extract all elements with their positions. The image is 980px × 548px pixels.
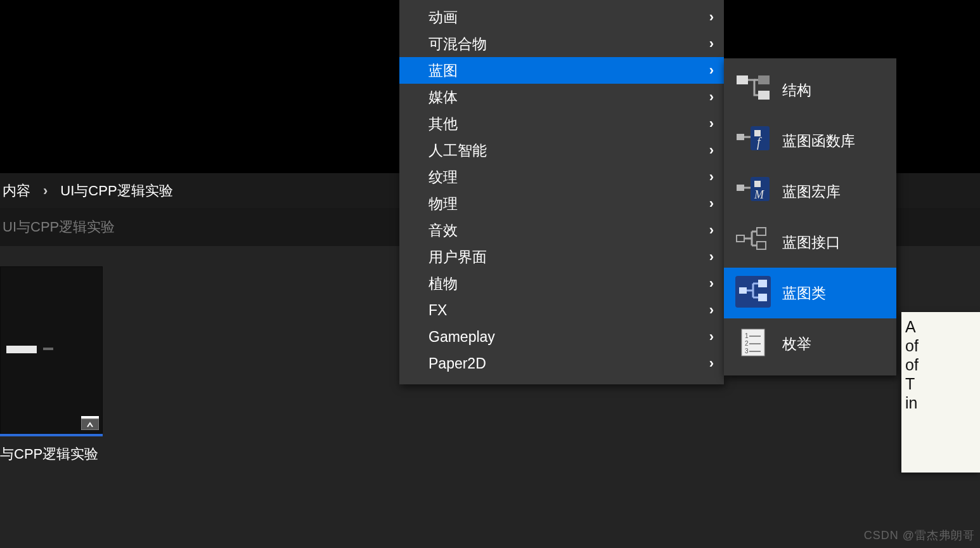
tooltip-line: T	[905, 374, 976, 393]
menu-item-blendable[interactable]: 可混合物 ›	[399, 30, 724, 57]
chevron-right-icon: ›	[709, 115, 714, 132]
sub-item-label: 蓝图函数库	[782, 131, 855, 151]
svg-rect-3	[758, 91, 770, 100]
menu-item-ai[interactable]: 人工智能 ›	[399, 137, 724, 164]
filter-text: UI与CPP逻辑实验	[3, 218, 115, 237]
svg-rect-16	[739, 287, 747, 294]
svg-text:1: 1	[745, 332, 749, 339]
tooltip-line: of	[905, 355, 976, 374]
struct-icon	[735, 73, 771, 105]
sub-item-blueprint-class[interactable]: 蓝图类	[724, 268, 896, 318]
sub-item-struct[interactable]: 结构	[724, 65, 896, 115]
svg-rect-9	[737, 185, 744, 191]
sub-item-label: 蓝图类	[782, 284, 826, 303]
context-menu: 动画 › 可混合物 › 蓝图 › 媒体 › 其他 › 人工智能 › 纹理 › 物…	[399, 0, 724, 384]
enum-icon: 1 2 3	[735, 327, 771, 358]
asset-thumb-shape	[6, 346, 37, 353]
tooltip: A of of T in	[901, 312, 980, 473]
svg-rect-11	[754, 181, 761, 187]
svg-rect-1	[81, 419, 99, 430]
interface-icon	[735, 225, 771, 257]
sub-item-func-lib[interactable]: f 蓝图函数库	[724, 115, 896, 166]
breadcrumb-seg-0[interactable]: 内容	[3, 181, 30, 200]
svg-rect-15	[757, 242, 766, 249]
watermark: CSDN @雷杰弗朗哥	[864, 528, 975, 543]
svg-rect-2	[737, 75, 748, 84]
submenu-blueprint: 结构 f 蓝图函数库	[724, 58, 896, 375]
chevron-right-icon: ›	[709, 169, 714, 185]
asset-type-color-bar	[0, 434, 103, 436]
menu-item-label: 其他	[429, 114, 458, 134]
macro-lib-icon: M	[735, 174, 771, 206]
svg-rect-0	[81, 416, 99, 419]
svg-text:2: 2	[745, 340, 749, 347]
asset-thumb-dash	[43, 348, 53, 350]
asset-label: 与CPP逻辑实验	[0, 445, 103, 464]
menu-item-label: 用户界面	[429, 247, 487, 267]
chevron-right-icon: ›	[709, 36, 714, 52]
svg-rect-14	[757, 228, 766, 235]
menu-item-label: 蓝图	[429, 61, 458, 81]
svg-rect-17	[758, 280, 767, 287]
chevron-right-icon: ›	[709, 222, 714, 238]
menu-item-label: Paper2D	[429, 355, 486, 372]
menu-item-gameplay[interactable]: Gameplay ›	[399, 323, 724, 350]
chevron-right-icon: ›	[709, 62, 714, 79]
sub-item-label: 结构	[782, 81, 811, 100]
menu-item-blueprint[interactable]: 蓝图 ›	[399, 57, 724, 84]
svg-rect-18	[758, 294, 767, 301]
menu-item-sounds[interactable]: 音效 ›	[399, 217, 724, 244]
svg-rect-13	[737, 235, 744, 242]
sub-item-interface[interactable]: 蓝图接口	[724, 217, 896, 268]
menu-item-label: 动画	[429, 8, 458, 27]
menu-item-texture[interactable]: 纹理 ›	[399, 164, 724, 190]
menu-item-label: Gameplay	[429, 329, 495, 346]
chevron-right-icon: ›	[709, 355, 714, 372]
chevron-right-icon: ›	[43, 183, 48, 199]
menu-item-foliage[interactable]: 植物 ›	[399, 270, 724, 297]
svg-rect-4	[758, 75, 770, 84]
menu-item-media[interactable]: 媒体 ›	[399, 84, 724, 110]
menu-item-label: 媒体	[429, 88, 458, 107]
svg-rect-5	[737, 134, 744, 140]
blueprint-class-icon	[735, 276, 771, 308]
func-lib-icon: f	[735, 124, 771, 155]
tooltip-line: in	[905, 393, 976, 412]
chevron-right-icon: ›	[709, 249, 714, 265]
menu-item-label: 植物	[429, 274, 458, 294]
svg-text:3: 3	[745, 348, 749, 355]
sub-item-macro-lib[interactable]: M 蓝图宏库	[724, 166, 896, 217]
chevron-right-icon: ›	[709, 302, 714, 318]
menu-item-label: 纹理	[429, 167, 458, 187]
menu-item-paper2d[interactable]: Paper2D ›	[399, 350, 724, 377]
breadcrumb-seg-1[interactable]: UI与CPP逻辑实验	[60, 181, 172, 200]
sub-item-label: 枚举	[782, 334, 811, 354]
menu-item-label: 音效	[429, 221, 458, 240]
menu-item-fx[interactable]: FX ›	[399, 297, 724, 323]
menu-item-label: FX	[429, 302, 447, 319]
menu-item-ui[interactable]: 用户界面 ›	[399, 244, 724, 270]
chevron-right-icon: ›	[709, 89, 714, 105]
menu-item-misc[interactable]: 其他 ›	[399, 110, 724, 137]
chevron-right-icon: ›	[709, 9, 714, 25]
chevron-right-icon: ›	[709, 329, 714, 345]
menu-item-label: 可混合物	[429, 34, 487, 54]
widget-blueprint-icon	[81, 416, 99, 430]
chevron-right-icon: ›	[709, 142, 714, 159]
tooltip-line: A	[905, 317, 976, 336]
sub-item-enum[interactable]: 1 2 3 枚举	[724, 318, 896, 369]
sub-item-label: 蓝图宏库	[782, 182, 841, 202]
menu-item-animation[interactable]: 动画 ›	[399, 4, 724, 30]
asset-tile[interactable]: 与CPP逻辑实验	[0, 266, 103, 464]
svg-text:M: M	[754, 188, 764, 201]
asset-thumbnail	[0, 266, 103, 434]
menu-item-physics[interactable]: 物理 ›	[399, 190, 724, 217]
chevron-right-icon: ›	[709, 275, 714, 292]
tooltip-line: of	[905, 336, 976, 355]
chevron-right-icon: ›	[709, 195, 714, 212]
sub-item-label: 蓝图接口	[782, 233, 841, 252]
menu-item-label: 物理	[429, 194, 458, 214]
menu-item-label: 人工智能	[429, 141, 487, 160]
